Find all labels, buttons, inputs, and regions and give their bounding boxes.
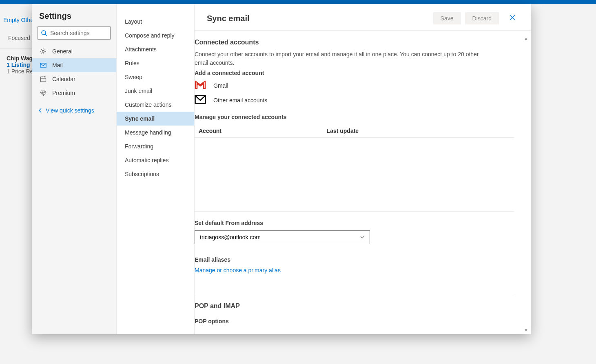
divider xyxy=(195,294,514,294)
close-button[interactable] xyxy=(506,14,518,23)
sidebar-item-calendar[interactable]: Calendar xyxy=(32,72,116,86)
envelope-icon xyxy=(195,95,206,104)
connected-accounts-heading: Connected accounts xyxy=(195,39,514,46)
empty-other-link: Empty Othe xyxy=(3,17,33,23)
focused-tab: Focused xyxy=(8,35,30,46)
diamond-icon xyxy=(40,90,47,96)
label: Calendar xyxy=(52,76,75,82)
label: View quick settings xyxy=(46,107,94,114)
manage-accounts-heading: Manage your connected accounts xyxy=(195,114,514,120)
mail-subnav: Layout Compose and reply Attachments Rul… xyxy=(117,4,195,334)
email-aliases-heading: Email aliases xyxy=(195,256,514,263)
search-icon xyxy=(41,30,47,36)
subnav-forwarding[interactable]: Forwarding xyxy=(117,139,194,153)
dropdown-value: triciagoss@outlook.com xyxy=(200,234,261,240)
scroll-down-icon: ▼ xyxy=(524,328,528,333)
label: General xyxy=(52,48,73,55)
default-from-dropdown[interactable]: triciagoss@outlook.com xyxy=(195,230,370,244)
svg-line-1 xyxy=(45,34,47,36)
subnav-customize-actions[interactable]: Customize actions xyxy=(117,98,194,112)
subnav-layout[interactable]: Layout xyxy=(117,15,194,29)
svg-point-2 xyxy=(42,51,44,53)
panel-title: Sync email xyxy=(207,14,433,23)
app-header-bar xyxy=(0,0,596,4)
settings-panel: Sync email Save Discard ▲ Connected acco… xyxy=(195,4,531,334)
settings-sidebar: Settings General Mail Calendar Premium V… xyxy=(32,4,117,334)
svg-rect-3 xyxy=(40,63,46,67)
chevron-down-icon xyxy=(360,235,365,240)
discard-button[interactable]: Discard xyxy=(465,12,499,24)
add-connected-account-label: Add a connected account xyxy=(195,70,514,76)
settings-title: Settings xyxy=(32,11,116,26)
panel-body[interactable]: Connected accounts Connect your other ac… xyxy=(195,31,531,334)
save-button[interactable]: Save xyxy=(433,12,461,24)
divider xyxy=(195,211,514,212)
gmail-icon xyxy=(195,80,206,89)
subnav-sweep[interactable]: Sweep xyxy=(117,70,194,84)
subnav-junk-email[interactable]: Junk email xyxy=(117,84,194,98)
pop-imap-heading: POP and IMAP xyxy=(195,302,514,310)
sidebar-item-mail[interactable]: Mail xyxy=(32,58,116,72)
add-gmail-account[interactable]: Gmail xyxy=(195,80,514,89)
close-icon xyxy=(509,14,516,21)
sidebar-item-premium[interactable]: Premium xyxy=(32,86,116,100)
subnav-subscriptions[interactable]: Subscriptions xyxy=(117,167,194,181)
mail-icon xyxy=(40,62,47,68)
view-quick-settings[interactable]: View quick settings xyxy=(32,102,116,119)
default-from-heading: Set default From address xyxy=(195,220,514,226)
add-other-email-account[interactable]: Other email accounts xyxy=(195,95,514,104)
subnav-message-handling[interactable]: Message handling xyxy=(117,126,194,139)
subnav-automatic-replies[interactable]: Automatic replies xyxy=(117,153,194,167)
label: Gmail xyxy=(213,81,228,89)
svg-rect-4 xyxy=(41,77,46,82)
pop-options-heading: POP options xyxy=(195,318,514,324)
chevron-left-icon xyxy=(38,108,43,113)
col-last-update: Last update xyxy=(323,124,514,138)
search-settings[interactable] xyxy=(38,26,111,40)
subnav-rules[interactable]: Rules xyxy=(117,56,194,70)
manage-primary-alias-link[interactable]: Manage or choose a primary alias xyxy=(195,267,514,274)
search-input[interactable] xyxy=(38,26,111,40)
svg-point-0 xyxy=(42,31,46,35)
label: Premium xyxy=(52,90,75,96)
panel-header: Sync email Save Discard xyxy=(195,4,531,31)
settings-modal: Settings General Mail Calendar Premium V… xyxy=(32,4,531,334)
subnav-attachments[interactable]: Attachments xyxy=(117,42,194,56)
label: Other email accounts xyxy=(213,95,267,104)
col-account: Account xyxy=(195,124,323,138)
calendar-icon xyxy=(40,76,47,82)
gear-icon xyxy=(40,48,47,55)
connected-accounts-table: Account Last update xyxy=(195,124,514,138)
connected-accounts-desc: Connect your other accounts to import yo… xyxy=(195,50,488,67)
subnav-compose-reply[interactable]: Compose and reply xyxy=(117,29,194,42)
label: Mail xyxy=(52,62,63,68)
subnav-sync-email[interactable]: Sync email xyxy=(117,112,194,126)
sidebar-item-general[interactable]: General xyxy=(32,44,116,58)
